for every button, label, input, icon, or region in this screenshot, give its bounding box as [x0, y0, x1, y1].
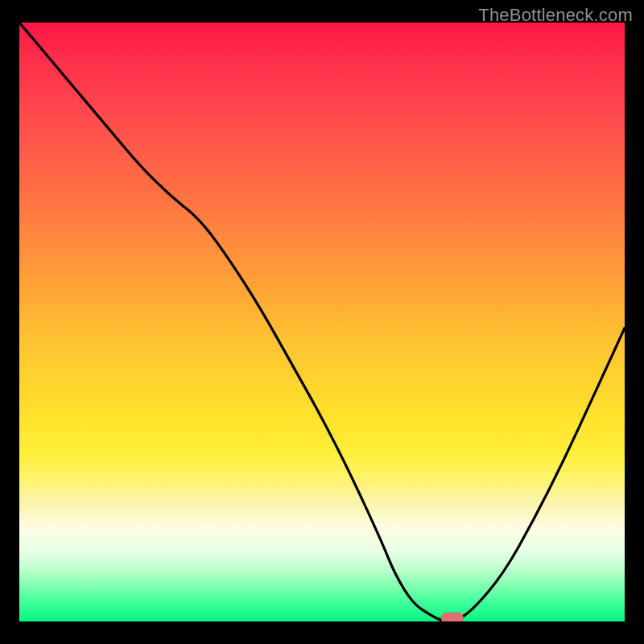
plot-area — [19, 23, 625, 621]
bottleneck-curve-svg — [19, 23, 625, 621]
chart-frame: TheBottleneck.com — [0, 0, 644, 644]
watermark-text: TheBottleneck.com — [478, 5, 633, 26]
bottleneck-curve — [19, 23, 625, 621]
optimal-marker — [441, 613, 464, 621]
